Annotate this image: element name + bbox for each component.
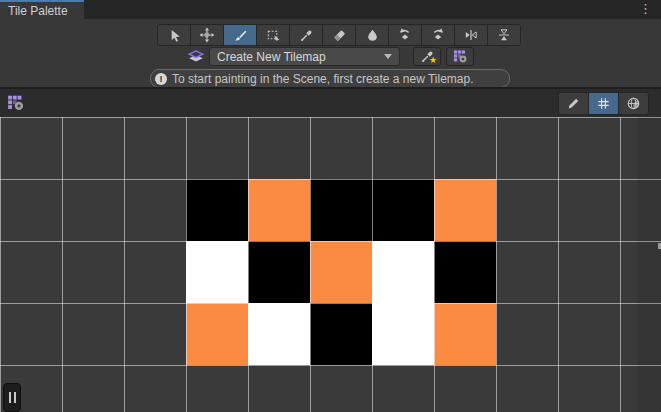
tile-black[interactable] <box>248 241 310 303</box>
toggle-edit-button[interactable] <box>559 93 589 114</box>
tool-flip-x-button[interactable] <box>455 25 488 45</box>
tile-white[interactable] <box>372 303 434 365</box>
tool-rotate-cw-button[interactable] <box>422 25 455 45</box>
tile-orange[interactable] <box>310 241 372 303</box>
tile-white[interactable] <box>186 241 248 303</box>
tile-orange[interactable] <box>434 303 496 365</box>
scrollbar-grip[interactable] <box>3 383 21 412</box>
tilemap-layers-icon <box>186 48 206 66</box>
tool-erase-button[interactable] <box>323 25 356 45</box>
palette-bar: New Tile Palette <box>0 89 661 117</box>
pick-new-brush-button[interactable]: ★ <box>413 47 441 66</box>
toggle-gizmos-button[interactable] <box>619 93 648 114</box>
tile-black[interactable] <box>310 179 372 241</box>
tool-box-fill-button[interactable] <box>257 25 290 45</box>
tile-orange[interactable] <box>434 179 496 241</box>
help-box: ! To start painting in the Scene, first … <box>150 69 510 88</box>
active-tilemap-dropdown[interactable]: Create New Tilemap <box>209 47 400 66</box>
tool-paint-button[interactable] <box>224 25 257 45</box>
tile-white[interactable] <box>248 303 310 365</box>
open-tile-palette-button[interactable] <box>446 47 474 66</box>
tool-rotate-ccw-button[interactable] <box>389 25 422 45</box>
tile-palette-window: Tile Palette ⋮ Create New Tilemap ★ <box>0 0 661 412</box>
chevron-down-icon <box>384 54 392 59</box>
palette-view-toggles <box>558 92 649 115</box>
active-tilemap-value: Create New Tilemap <box>217 50 326 64</box>
tile-orange[interactable] <box>186 303 248 365</box>
tile-black[interactable] <box>434 241 496 303</box>
tab-bar: Tile Palette ⋮ <box>0 0 661 19</box>
tab-label: Tile Palette <box>8 4 68 18</box>
tile-palette-gear-icon <box>7 94 25 112</box>
tool-select-button[interactable] <box>158 25 191 45</box>
toggle-grid-button[interactable] <box>589 93 619 114</box>
tool-flip-y-button[interactable] <box>488 25 520 45</box>
tab-tile-palette[interactable]: Tile Palette <box>0 0 84 19</box>
tile-white[interactable] <box>372 241 434 303</box>
star-icon: ★ <box>429 56 437 65</box>
palette-grid[interactable] <box>0 117 661 412</box>
tile-palette-toolbar <box>157 24 521 46</box>
info-bubble-icon: ! <box>155 73 167 85</box>
tile-orange[interactable] <box>248 179 310 241</box>
grid-right-shade <box>637 117 661 412</box>
tool-move-button[interactable] <box>191 25 224 45</box>
tool-pick-button[interactable] <box>290 25 323 45</box>
tile-black[interactable] <box>186 179 248 241</box>
help-message: To start painting in the Scene, first cr… <box>172 72 474 86</box>
tile-black[interactable] <box>310 303 372 365</box>
kebab-menu-icon[interactable]: ⋮ <box>639 1 652 16</box>
tool-fill-button[interactable] <box>356 25 389 45</box>
tile-black[interactable] <box>372 179 434 241</box>
